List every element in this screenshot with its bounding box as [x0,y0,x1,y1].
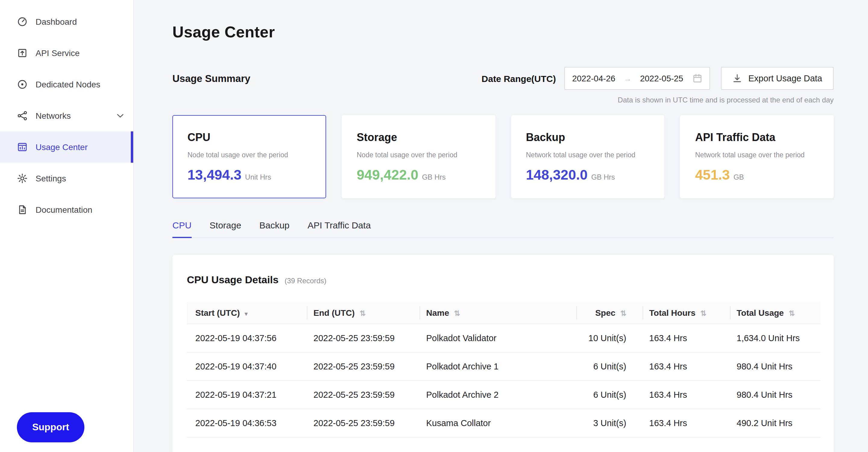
sort-icon[interactable]: ⇅ [360,309,366,318]
utc-data-note: Data is shown in UTC time and is process… [173,96,834,104]
cell-name: Polkadot Archive 2 [420,380,577,409]
tab-api-traffic-data[interactable]: API Traffic Data [308,220,371,237]
cell-end: 2022-05-25 23:59:59 [307,380,420,409]
cell-start: 2022-05-19 04:37:21 [187,380,307,409]
column-header-name[interactable]: Name⇅ [420,302,577,324]
summary-header-row: Usage Summary Date Range(UTC) 2022-04-26… [173,67,834,90]
cell-total-usage: 980.4 Unit Hrs [731,352,820,380]
cell-total-usage: 490.2 Unit Hrs [731,409,820,437]
cell-start: 2022-05-19 04:36:53 [187,409,307,437]
cell-spec: 6 Unit(s) [577,352,643,380]
card-value-unit: GB [734,173,744,182]
cell-start: 2022-05-19 04:37:56 [187,324,307,352]
download-icon [733,73,742,83]
table-row: 2022-05-19 04:37:21 2022-05-25 23:59:59 … [187,380,820,409]
header-controls: Date Range(UTC) 2022-04-26 → 2022-05-25 … [482,67,834,90]
tab-backup[interactable]: Backup [259,220,289,237]
cell-total-hours: 163.4 Hrs [643,352,731,380]
column-header-total-usage[interactable]: Total Usage⇅ [731,302,820,324]
cell-start: 2022-05-19 04:37:40 [187,352,307,380]
tab-storage[interactable]: Storage [210,220,241,237]
cell-name: Polkadot Archive 1 [420,352,577,380]
cell-end: 2022-05-25 23:59:59 [307,352,420,380]
card-value: 451.3 GB [695,167,819,183]
api-service-icon [17,47,28,59]
sidebar-item-label: Documentation [36,205,92,215]
card-subtitle: Network total usage over the period [526,151,650,159]
sidebar-item-label: Dedicated Nodes [36,79,100,89]
column-header-end-utc[interactable]: End (UTC)⇅ [307,302,420,324]
cell-end: 2022-05-25 23:59:59 [307,324,420,352]
documentation-icon [17,204,28,215]
card-title: API Traffic Data [695,131,819,144]
sidebar-item-documentation[interactable]: Documentation [0,194,133,225]
column-header-start-utc[interactable]: Start (UTC)▼ [187,302,307,324]
sidebar-item-label: Settings [36,173,66,183]
usage-center-icon [17,141,28,153]
table-row: 2022-05-19 04:37:56 2022-05-25 23:59:59 … [187,324,820,352]
cell-total-hours: 163.4 Hrs [643,324,731,352]
cell-spec: 3 Unit(s) [577,409,643,437]
column-header-total-hours[interactable]: Total Hours⇅ [643,302,731,324]
sort-desc-icon[interactable]: ▼ [244,311,249,317]
date-start-value[interactable]: 2022-04-26 [572,73,615,83]
card-subtitle: Network total usage over the period [695,151,819,159]
support-button[interactable]: Support [17,412,84,442]
card-value-number: 949,422.0 [357,167,418,183]
sidebar-item-dedicated-nodes[interactable]: Dedicated Nodes [0,69,133,100]
export-usage-data-button[interactable]: Export Usage Data [721,67,834,90]
sidebar-nav: Dashboard API Service Dedicated Nodes Ne… [0,0,133,225]
date-end-value[interactable]: 2022-05-25 [640,73,683,83]
tab-cpu[interactable]: CPU [173,220,191,237]
table-row: 2022-05-19 04:37:40 2022-05-25 23:59:59 … [187,352,820,380]
sidebar-item-label: Dashboard [36,17,77,27]
cell-total-usage: 1,634.0 Unit Hrs [731,324,820,352]
page-title: Usage Center [173,23,834,41]
cell-total-hours: 163.4 Hrs [643,380,731,409]
sort-icon[interactable]: ⇅ [620,309,626,318]
records-count: (39 Records) [284,277,327,285]
card-subtitle: Node total usage over the period [187,151,311,159]
sidebar-item-api-service[interactable]: API Service [0,37,133,69]
summary-card-backup[interactable]: Backup Network total usage over the peri… [511,115,664,198]
card-value-unit: GB Hrs [591,173,615,182]
dedicated-nodes-icon [17,79,28,90]
card-value: 148,320.0 GB Hrs [526,167,650,183]
dashboard-icon [17,16,28,27]
summary-card-storage[interactable]: Storage Node total usage over the period… [342,115,495,198]
main-content: Usage Center Usage Summary Date Range(UT… [134,0,868,452]
cell-total-hours: 163.4 Hrs [643,409,731,437]
card-title: CPU [187,131,311,144]
sidebar-item-label: Usage Center [36,142,88,152]
sidebar-item-networks[interactable]: Networks [0,100,133,131]
sidebar-item-label: Networks [36,111,71,121]
column-header-spec[interactable]: Spec⇅ [577,302,643,324]
sidebar-item-usage-center[interactable]: Usage Center [0,131,133,163]
date-range-picker[interactable]: 2022-04-26 → 2022-05-25 [564,67,710,90]
card-subtitle: Node total usage over the period [357,151,480,159]
card-value-number: 451.3 [695,167,730,183]
usage-tabs: CPU Storage Backup API Traffic Data [173,220,834,238]
app-window: Dashboard API Service Dedicated Nodes Ne… [0,0,868,452]
cpu-usage-details-card: CPU Usage Details (39 Records) Start (UT… [173,255,834,452]
card-value-unit: Unit Hrs [245,173,271,182]
card-title: Storage [357,131,480,144]
details-title: CPU Usage Details [187,274,278,286]
card-value-number: 148,320.0 [526,167,588,183]
calendar-icon [693,73,703,83]
cell-name: Kusama Collator [420,409,577,437]
card-value: 13,494.3 Unit Hrs [187,167,311,183]
summary-card-cpu[interactable]: CPU Node total usage over the period 13,… [173,115,326,198]
sort-icon[interactable]: ⇅ [701,309,707,318]
export-button-label: Export Usage Data [748,73,822,83]
summary-card-api-traffic[interactable]: API Traffic Data Network total usage ove… [680,115,834,198]
sort-icon[interactable]: ⇅ [789,309,795,318]
sidebar-item-label: API Service [36,48,80,58]
date-range-label: Date Range(UTC) [482,73,556,84]
cell-end: 2022-05-25 23:59:59 [307,409,420,437]
sort-icon[interactable]: ⇅ [454,309,460,318]
sidebar-item-dashboard[interactable]: Dashboard [0,6,133,37]
sidebar-item-settings[interactable]: Settings [0,163,133,194]
card-value-number: 13,494.3 [187,167,241,183]
cell-spec: 6 Unit(s) [577,380,643,409]
